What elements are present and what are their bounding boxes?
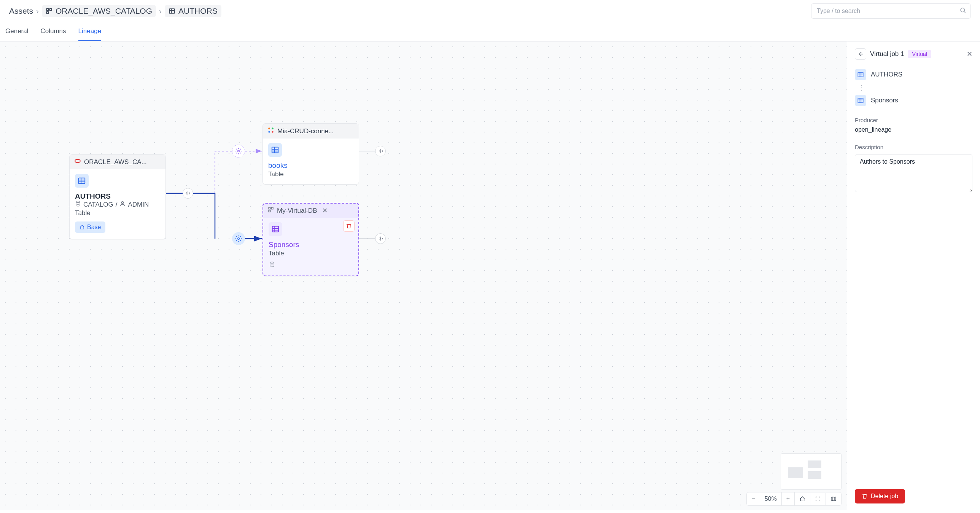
node-title[interactable]: books [268,161,353,170]
search-icon [959,7,966,15]
svg-point-6 [961,8,965,12]
zoom-home-button[interactable] [795,493,810,505]
svg-point-18 [238,150,240,152]
panel-title: Virtual job 1 [870,50,904,58]
breadcrumb: Assets › ORACLE_AWS_CATALOG › AUTHORS [9,5,221,17]
base-badge: Base [75,221,105,233]
producer-value: open_lineage [855,126,972,133]
table-icon [855,95,866,106]
svg-rect-30 [271,207,273,209]
lineage-item-authors[interactable]: AUTHORS [855,69,972,80]
zoom-out-button[interactable]: − [747,492,760,505]
svg-point-36 [271,264,272,264]
schema-icon [46,8,52,14]
breadcrumb-item-catalog[interactable]: ORACLE_AWS_CATALOG [42,5,156,17]
svg-rect-3 [169,9,175,13]
svg-point-16 [122,202,124,204]
schema-icon [268,207,274,215]
svg-rect-2 [46,12,48,14]
svg-rect-31 [269,210,270,212]
svg-rect-39 [858,72,863,77]
svg-point-21 [272,127,274,129]
expand-port-icon[interactable] [375,233,386,244]
delete-node-button[interactable] [343,220,355,232]
vertical-dots-icon: ⋮ [855,82,972,93]
job-gear-icon[interactable] [232,145,245,158]
details-panel: Virtual job 1 Virtual ✕ AUTHORS ⋮ Sponso… [847,41,980,510]
table-icon [169,8,175,14]
search-box [811,3,971,19]
back-button[interactable] [855,48,866,60]
lineage-edges [0,41,847,510]
svg-rect-24 [272,147,278,153]
close-icon[interactable]: ✕ [322,207,328,215]
svg-point-19 [238,238,240,240]
svg-point-22 [268,131,270,133]
job-gear-icon[interactable] [232,232,245,245]
lineage-node-authors[interactable]: ORACLE_AWS_CA... AUTHORS CATALOG / ADMIN [69,154,166,239]
map-button[interactable] [826,493,841,505]
tabs: General Columns Lineage [0,22,980,41]
virtual-badge: Virtual [908,50,931,58]
svg-point-20 [268,127,270,129]
table-icon [75,174,89,188]
minimap[interactable] [781,453,842,490]
svg-rect-42 [858,98,863,103]
database-icon [75,201,81,209]
node-title: AUTHORS [75,192,160,201]
zoom-in-button[interactable]: + [782,492,795,505]
tab-lineage[interactable]: Lineage [78,22,102,41]
breadcrumb-root[interactable]: Assets [9,6,33,16]
svg-rect-10 [75,159,80,163]
expand-port-icon[interactable] [375,146,386,156]
svg-rect-0 [46,8,48,10]
svg-rect-11 [79,178,85,184]
chevron-right-icon: › [36,6,39,16]
chevron-right-icon: › [159,6,162,16]
user-icon [119,201,126,209]
zoom-controls: − 50% + [746,492,842,506]
description-input[interactable] [855,154,972,192]
close-panel-button[interactable]: ✕ [967,50,972,58]
lineage-canvas[interactable]: ORACLE_AWS_CA... AUTHORS CATALOG / ADMIN [0,41,847,510]
description-label: Description [855,144,972,150]
breadcrumb-item-table[interactable]: AUTHORS [165,5,221,17]
node-title[interactable]: Sponsors [269,241,353,249]
table-icon [855,69,866,80]
delete-job-button[interactable]: Delete job [855,489,905,503]
node-path: CATALOG / ADMIN [75,201,160,209]
ghost-icon [269,261,353,269]
tab-general[interactable]: General [5,22,28,41]
fullscreen-button[interactable] [810,493,826,505]
svg-rect-32 [272,226,279,232]
connector-icon [267,127,274,135]
svg-rect-29 [269,207,270,209]
producer-label: Producer [855,117,972,123]
search-input[interactable] [811,3,971,19]
svg-point-23 [272,131,274,133]
svg-point-15 [76,201,80,202]
oracle-icon [74,158,81,166]
lineage-node-books[interactable]: Mia-CRUD-conne... books Table [262,123,359,185]
table-icon [269,222,282,236]
svg-point-37 [273,264,274,264]
tab-columns[interactable]: Columns [40,22,66,41]
zoom-level: 50% [760,492,782,505]
lineage-node-sponsors[interactable]: My-Virtual-DB ✕ Sponsors Table [262,203,359,276]
table-icon [268,143,282,157]
expand-port-icon[interactable] [183,188,193,199]
lineage-item-sponsors[interactable]: Sponsors [855,95,972,106]
svg-rect-1 [50,8,52,10]
svg-line-7 [964,11,965,13]
